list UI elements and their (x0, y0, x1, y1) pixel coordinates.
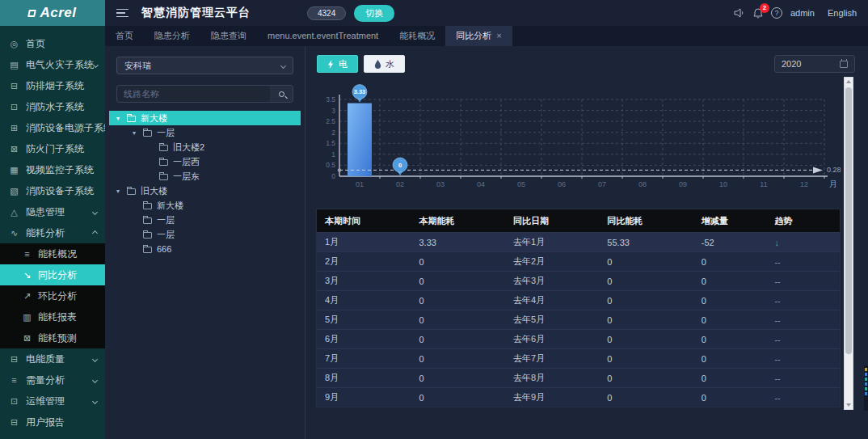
sidebar-item-hazard[interactable]: △隐患管理 (0, 201, 105, 222)
table-row[interactable]: 2月0去年2月00-- (317, 251, 840, 271)
scroll-down-button[interactable] (845, 401, 853, 409)
tree-node[interactable]: 666 (109, 242, 301, 256)
table-row[interactable]: 6月0去年6月00-- (317, 329, 840, 348)
column-header: 同比日期 (505, 215, 599, 227)
sidebar-item-fire-door[interactable]: ⊠防火门子系统 (0, 138, 105, 159)
tab-能耗概况[interactable]: 能耗概况 (389, 26, 445, 46)
line-search-input[interactable] (117, 86, 270, 102)
table-row[interactable]: 8月0去年8月00-- (317, 368, 840, 387)
tree-node[interactable]: ▾一层 (109, 125, 301, 140)
svg-text:12: 12 (800, 180, 808, 188)
app-title: 智慧消防管理云平台 (141, 6, 251, 20)
tree-expand-icon[interactable]: ▾ (133, 129, 143, 137)
fire-door-icon: ⊠ (8, 144, 20, 154)
tab-首页[interactable]: 首页 (105, 26, 144, 46)
sidebar-item-user-report[interactable]: ⊟用户报告 (0, 412, 105, 433)
sidebar-item-electrical-fire[interactable]: ▤电气火灾子系统 (0, 54, 105, 75)
trend-indicator: ↓ (774, 238, 779, 247)
tab-隐患查询[interactable]: 隐患查询 (200, 26, 257, 46)
tree-node-label: 新大楼 (141, 112, 167, 125)
org-select-value: 安科瑞 (124, 60, 151, 72)
alarm-count-badge: 4324 (307, 6, 346, 20)
notification-badge: 2 (760, 3, 769, 13)
table-row[interactable]: 7月0去年7月00-- (317, 348, 840, 368)
sidebar-subitem-mom-analysis[interactable]: ↗环比分析 (0, 285, 105, 306)
table-cell: 0 (693, 315, 767, 325)
org-select[interactable]: 安科瑞 (116, 57, 293, 74)
table-cell: 去年1月 (505, 236, 599, 248)
lightning-icon (327, 60, 335, 69)
year-picker[interactable]: 2020 (774, 55, 855, 73)
tree-node[interactable]: 一层 (109, 227, 301, 242)
sidebar-item-energy[interactable]: ∿能耗分析 (0, 222, 105, 243)
ops-management-icon: ⊡ (8, 396, 20, 407)
table-cell: -- (766, 296, 840, 306)
notification-bell-icon[interactable]: 2 (753, 8, 763, 19)
table-cell: 0 (411, 315, 504, 325)
tree-node[interactable]: 一层东 (109, 169, 301, 184)
sidebar-subitem-energy-forecast[interactable]: ⊠能耗预测 (0, 327, 105, 348)
chevron-down-icon (92, 377, 98, 382)
electric-toggle-button[interactable]: 电 (317, 55, 358, 73)
search-button[interactable] (270, 86, 293, 102)
tree-node[interactable]: 新大楼 (109, 198, 301, 213)
table-cell: -- (766, 315, 840, 325)
sidebar-item-demand-analysis[interactable]: ≡需量分析 (0, 369, 105, 390)
language-switcher[interactable]: English (828, 8, 857, 18)
tree-node[interactable]: 一层西 (109, 154, 301, 169)
tab-label: menu.event.eventTreatment (268, 31, 378, 40)
sidebar-item-video-monitor[interactable]: ▦视频监控子系统 (0, 159, 105, 180)
svg-text:03: 03 (436, 180, 445, 188)
table-cell: 去年5月 (505, 314, 599, 326)
sidebar-item-device-power[interactable]: ⊞消防设备电源子系统 (0, 117, 105, 138)
table-cell: 1月 (317, 236, 411, 248)
table-cell: 9月 (317, 391, 411, 403)
tab-close-icon[interactable]: × (496, 31, 501, 40)
acrel-logo-icon (28, 10, 37, 17)
scroll-thumb[interactable] (845, 87, 852, 354)
water-toggle-button[interactable]: 水 (364, 55, 405, 73)
table-cell: 0 (411, 354, 504, 364)
table-row[interactable]: 5月0去年5月00-- (317, 310, 840, 329)
table-row[interactable]: 9月0去年9月00-- (317, 387, 840, 407)
table-cell: 去年8月 (505, 372, 599, 384)
chart-svg: 00.511.522.533.5010203040506070809101112… (317, 83, 850, 196)
tab-menu.event.eventTreatment[interactable]: menu.event.eventTreatment (257, 26, 389, 46)
svg-text:09: 09 (679, 180, 687, 188)
sidebar-subitem-energy-report[interactable]: ▥能耗报表 (0, 306, 105, 327)
sidebar-subitem-yoy-analysis[interactable]: ↘同比分析 (0, 264, 105, 285)
tree-node[interactable]: ▾新大楼 (109, 111, 301, 125)
tab-隐患分析[interactable]: 隐患分析 (144, 26, 200, 46)
table-row[interactable]: 1月3.33去年1月55.33-52↓ (317, 232, 840, 251)
help-icon[interactable]: ? (771, 7, 782, 19)
yoy-analysis-icon: ↘ (22, 270, 32, 281)
switch-button[interactable]: 切换 (354, 5, 394, 22)
user-menu[interactable]: admin (790, 8, 815, 18)
electrical-fire-icon: ▤ (8, 60, 20, 70)
sidebar-item-ops-management[interactable]: ⊡运维管理 (0, 390, 105, 412)
sidebar-item-home[interactable]: ◎首页 (0, 33, 105, 54)
tree-node[interactable]: ▾旧大楼 (109, 184, 301, 198)
svg-text:2.5: 2.5 (326, 117, 335, 125)
top-header: 智慧消防管理云平台 4324 切换 2 ? admin English (105, 0, 868, 26)
tree-expand-icon[interactable]: ▾ (116, 115, 127, 122)
scroll-up-button[interactable] (845, 78, 853, 86)
sidebar-item-power-quality[interactable]: ⊟电能质量 (0, 348, 105, 369)
tree-node[interactable]: 一层 (109, 213, 301, 227)
sidebar-subitem-energy-overview[interactable]: ≡能耗概况 (0, 243, 105, 264)
sidebar-item-label: 需量分析 (26, 374, 65, 387)
tree-expand-icon[interactable]: ▾ (116, 188, 127, 195)
tree-node[interactable]: 旧大楼2 (109, 140, 301, 154)
sidebar-item-fire-device[interactable]: ▧消防设备子系统 (0, 180, 105, 201)
sidebar-item-smoke-control[interactable]: ⊟防排烟子系统 (0, 75, 105, 96)
table-row[interactable]: 3月0去年3月00-- (317, 271, 840, 290)
content-scrollbar[interactable] (844, 77, 853, 410)
table-cell: 5月 (317, 314, 411, 326)
table-cell: -- (766, 257, 840, 267)
volume-icon[interactable] (734, 8, 745, 18)
sidebar-item-fire-water[interactable]: ⊡消防水子系统 (0, 96, 105, 117)
table-row[interactable]: 4月0去年4月00-- (317, 290, 840, 310)
collapse-sidebar-icon[interactable] (116, 9, 129, 18)
tab-同比分析[interactable]: 同比分析× (445, 26, 512, 46)
table-cell: 4月 (317, 294, 411, 306)
